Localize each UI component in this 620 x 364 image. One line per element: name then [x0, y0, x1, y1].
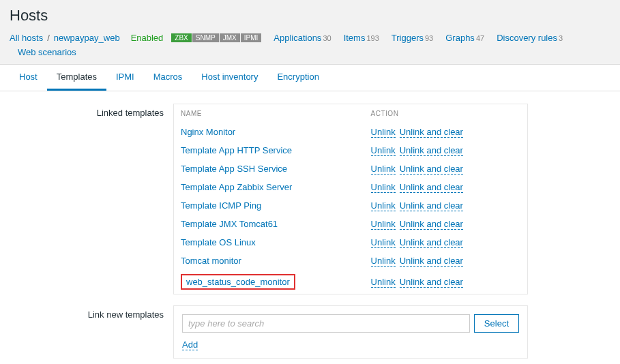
unlink-link[interactable]: Unlink	[371, 256, 396, 267]
unlink-link[interactable]: Unlink	[371, 200, 396, 211]
table-row: Template App Zabbix ServerUnlinkUnlink a…	[174, 178, 528, 196]
breadcrumb-sep: /	[47, 33, 50, 43]
col-action-header: ACTION	[364, 104, 528, 123]
unlink-clear-link[interactable]: Unlink and clear	[400, 277, 463, 288]
proto-snmp-tag: SNMP	[192, 33, 219, 42]
unlink-link[interactable]: Unlink	[371, 182, 396, 193]
link-new-templates-label: Link new templates	[10, 305, 173, 320]
tab-macros[interactable]: Macros	[144, 65, 192, 91]
graphs-label: Graphs	[445, 33, 475, 43]
highlighted-template: web_status_code_monitor	[181, 274, 295, 290]
unlink-clear-link[interactable]: Unlink and clear	[400, 145, 463, 156]
discovery-count: 3	[559, 34, 563, 42]
enabled-label: Enabled	[131, 33, 164, 43]
items-link[interactable]: Items193	[344, 33, 379, 43]
unlink-clear-link[interactable]: Unlink and clear	[400, 237, 463, 248]
triggers-count: 93	[425, 34, 433, 42]
template-link[interactable]: Template App HTTP Service	[181, 145, 292, 155]
template-link[interactable]: web_status_code_monitor	[186, 277, 290, 287]
proto-ipmi-tag: IPMI	[241, 33, 262, 42]
unlink-clear-link[interactable]: Unlink and clear	[400, 200, 463, 211]
applications-link[interactable]: Applications30	[274, 33, 331, 43]
page-title: Hosts	[10, 7, 610, 25]
link-new-area: Select Add	[173, 305, 528, 359]
proto-zbx-tag: ZBX	[171, 33, 191, 42]
applications-count: 30	[323, 34, 331, 42]
unlink-clear-link[interactable]: Unlink and clear	[400, 127, 463, 138]
unlink-link[interactable]: Unlink	[371, 145, 396, 156]
unlink-link[interactable]: Unlink	[371, 164, 396, 175]
tabs: Host Templates IPMI Macros Host inventor…	[0, 65, 620, 91]
col-name-header: NAME	[174, 104, 364, 123]
host-name-link[interactable]: newpaypay_web	[54, 33, 120, 43]
unlink-clear-link[interactable]: Unlink and clear	[400, 219, 463, 230]
items-label: Items	[344, 33, 366, 43]
template-link[interactable]: Template ICMP Ping	[181, 200, 261, 211]
unlink-link[interactable]: Unlink	[371, 237, 396, 248]
breadcrumb: All hosts / newpaypay_web Enabled ZBX SN…	[10, 33, 610, 64]
table-row: Template ICMP PingUnlinkUnlink and clear	[174, 196, 528, 215]
discovery-link[interactable]: Discovery rules3	[497, 33, 563, 43]
table-row: Nginx MonitorUnlinkUnlink and clear	[174, 123, 528, 141]
unlink-clear-link[interactable]: Unlink and clear	[400, 164, 463, 175]
table-row: Tomcat monitorUnlinkUnlink and clear	[174, 252, 528, 270]
template-link[interactable]: Template JMX Tomcat61	[181, 219, 278, 229]
add-link[interactable]: Add	[182, 339, 198, 350]
all-hosts-link[interactable]: All hosts	[10, 33, 43, 43]
tab-inventory[interactable]: Host inventory	[192, 65, 267, 91]
table-row: Template JMX Tomcat61UnlinkUnlink and cl…	[174, 215, 528, 233]
linked-templates-label: Linked templates	[10, 104, 173, 118]
triggers-link[interactable]: Triggers93	[392, 33, 433, 43]
template-link[interactable]: Template OS Linux	[181, 237, 256, 247]
unlink-link[interactable]: Unlink	[371, 127, 396, 138]
applications-label: Applications	[274, 33, 321, 43]
unlink-clear-link[interactable]: Unlink and clear	[400, 182, 463, 193]
unlink-clear-link[interactable]: Unlink and clear	[400, 256, 463, 267]
tab-templates[interactable]: Templates	[47, 65, 106, 91]
web-scenarios-link[interactable]: Web scenarios	[18, 47, 76, 57]
template-link[interactable]: Template App SSH Service	[181, 164, 287, 174]
tab-encryption[interactable]: Encryption	[267, 65, 328, 91]
template-link[interactable]: Template App Zabbix Server	[181, 182, 292, 192]
select-button[interactable]: Select	[474, 314, 519, 333]
tab-host[interactable]: Host	[10, 65, 47, 91]
template-link[interactable]: Tomcat monitor	[181, 256, 241, 266]
protocol-tags: ZBX SNMP JMX IPMI	[171, 33, 261, 42]
graphs-link[interactable]: Graphs47	[445, 33, 484, 43]
items-count: 193	[366, 34, 379, 42]
table-row: Template App SSH ServiceUnlinkUnlink and…	[174, 160, 528, 178]
graphs-count: 47	[476, 34, 484, 42]
template-link[interactable]: Nginx Monitor	[181, 127, 235, 137]
unlink-link[interactable]: Unlink	[371, 219, 396, 230]
triggers-label: Triggers	[392, 33, 424, 43]
table-row: web_status_code_monitorUnlinkUnlink and …	[174, 270, 528, 294]
search-input[interactable]	[182, 314, 470, 333]
discovery-label: Discovery rules	[497, 33, 557, 43]
table-row: Template OS LinuxUnlinkUnlink and clear	[174, 233, 528, 252]
table-row: Template App HTTP ServiceUnlinkUnlink an…	[174, 141, 528, 160]
linked-templates-table: NAME ACTION Nginx MonitorUnlinkUnlink an…	[173, 104, 528, 294]
tab-ipmi[interactable]: IPMI	[106, 65, 144, 91]
proto-jmx-tag: JMX	[220, 33, 240, 42]
unlink-link[interactable]: Unlink	[371, 277, 396, 288]
